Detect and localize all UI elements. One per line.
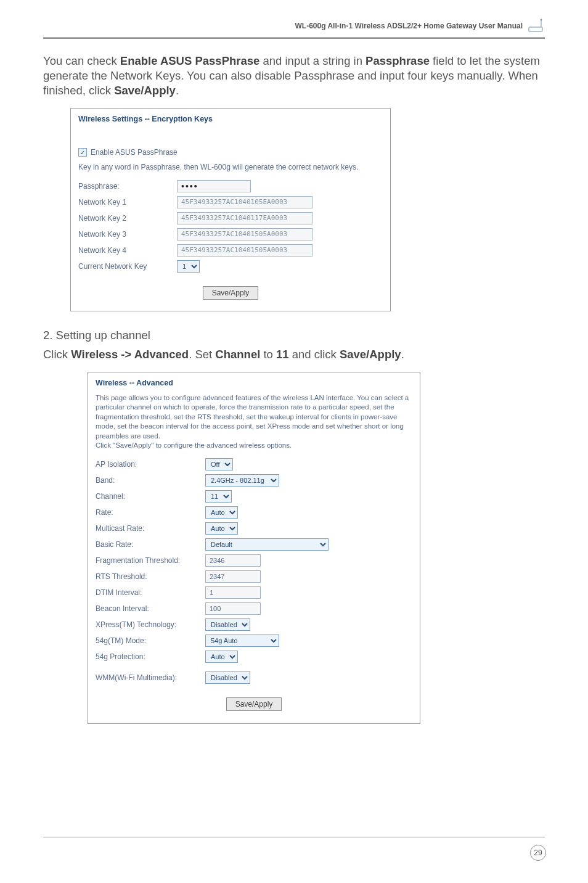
rts-threshold-input[interactable] (205, 570, 261, 583)
ap-isolation-select[interactable]: Off (205, 458, 233, 470)
panel2-desc: This page allows you to configure advanc… (96, 393, 412, 451)
band-label: Band: (96, 476, 200, 485)
multicast-rate-select[interactable]: Auto (205, 522, 238, 535)
key4-label: Network Key 4 (78, 246, 172, 255)
t: Passphrase (365, 54, 430, 67)
t: Save/Apply (340, 348, 401, 361)
page-number: 29 (530, 845, 546, 861)
basic-rate-label: Basic Rate: (96, 540, 200, 549)
frag-threshold-label: Fragmentation Threshold: (96, 556, 200, 565)
t: . (401, 348, 404, 361)
panel2-title: Wireless -- Advanced (96, 379, 412, 387)
header-title: WL-600g All-in-1 Wireless ADSL2/2+ Home … (295, 22, 523, 30)
protection-label: 54g Protection: (96, 652, 200, 661)
t: and input a string in (259, 54, 365, 67)
panel-note: Key in any word in Passphrase, then WL-6… (78, 163, 383, 173)
intro-paragraph: You can check Enable ASUS PassPhrase and… (43, 54, 545, 98)
frag-threshold-input[interactable] (205, 554, 261, 567)
xpress-label: XPress(TM) Technology: (96, 620, 200, 629)
footer-divider (43, 837, 545, 837)
54g-mode-select[interactable]: 54g Auto (205, 635, 279, 647)
wmm-label: WMM(Wi-Fi Multimedia): (96, 673, 200, 682)
wmm-select[interactable]: Disabled (205, 671, 250, 684)
multicast-label: Multicast Rate: (96, 524, 200, 533)
enable-passphrase-label: Enable ASUS PassPhrase (91, 148, 178, 157)
t: You can check (43, 54, 120, 67)
basic-rate-select[interactable]: Default (205, 538, 329, 551)
mode-label: 54g(TM) Mode: (96, 636, 200, 645)
dtim-interval-input[interactable] (205, 586, 261, 599)
click-line: Click Wireless -> Advanced. Set Channel … (43, 347, 545, 362)
header-divider (43, 37, 545, 39)
current-network-key-select[interactable]: 1 (177, 260, 200, 273)
t: and click (289, 348, 340, 361)
passphrase-label: Passphrase: (78, 182, 172, 191)
t: to (260, 348, 276, 361)
band-select[interactable]: 2.4GHz - 802.11g (205, 474, 279, 487)
beacon-interval-input[interactable] (205, 602, 261, 615)
t: Wireless -> Advanced (71, 348, 189, 361)
network-key-1-input[interactable] (177, 196, 312, 208)
rate-label: Rate: (96, 508, 200, 517)
save-apply-button-2[interactable]: Save/Apply (226, 697, 282, 711)
t: 11 (276, 348, 289, 361)
t: Channel (215, 348, 260, 361)
t: . Set (189, 348, 215, 361)
rts-threshold-label: RTS Threshold: (96, 572, 200, 581)
enable-passphrase-row: ✓ Enable ASUS PassPhrase (78, 148, 383, 157)
page-header: WL-600g All-in-1 Wireless ADSL2/2+ Home … (43, 18, 545, 33)
t: Enable ASUS PassPhrase (120, 54, 260, 67)
enable-passphrase-checkbox[interactable]: ✓ (78, 148, 87, 157)
save-apply-button[interactable]: Save/Apply (203, 286, 259, 300)
network-key-2-input[interactable] (177, 212, 312, 224)
t: . (176, 84, 179, 97)
svg-point-2 (541, 19, 542, 20)
network-key-3-input[interactable] (177, 228, 312, 240)
panel-title: Wireless Settings -- Encryption Keys (78, 115, 383, 123)
beacon-interval-label: Beacon Interval: (96, 604, 200, 613)
ap-isolation-label: AP Isolation: (96, 460, 200, 469)
current-key-label: Current Network Key (78, 262, 172, 271)
channel-label: Channel: (96, 492, 200, 501)
encryption-keys-panel: Wireless Settings -- Encryption Keys ✓ E… (70, 108, 391, 311)
router-icon (528, 18, 545, 33)
wireless-advanced-panel: Wireless -- Advanced This page allows yo… (88, 372, 420, 724)
network-key-4-input[interactable] (177, 244, 312, 257)
svg-rect-0 (529, 27, 542, 31)
rate-select[interactable]: Auto (205, 506, 238, 519)
54g-protection-select[interactable]: Auto (205, 651, 238, 663)
step-2-heading: 2. Setting up channel (43, 329, 545, 342)
t: Click (43, 348, 71, 361)
key2-label: Network Key 2 (78, 214, 172, 223)
xpress-select[interactable]: Disabled (205, 618, 250, 631)
t: Save/Apply (114, 84, 176, 97)
key3-label: Network Key 3 (78, 230, 172, 239)
channel-select[interactable]: 11 (205, 490, 232, 503)
key1-label: Network Key 1 (78, 198, 172, 207)
dtim-interval-label: DTIM Interval: (96, 588, 200, 597)
passphrase-input[interactable] (177, 180, 251, 192)
